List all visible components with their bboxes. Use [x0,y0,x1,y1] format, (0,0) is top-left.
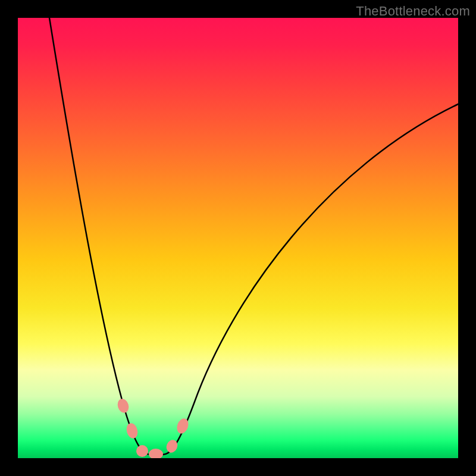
node-group [116,397,190,458]
node-left-upper [116,397,131,414]
curve-right [163,104,458,455]
plot-area [18,18,458,458]
node-bottom-left [136,445,148,457]
curve-left [49,18,150,455]
node-left-lower [125,422,139,440]
watermark-text: TheBottleneck.com [356,4,470,19]
chart-svg [18,18,458,458]
node-bottom-mid [149,449,163,458]
chart-frame: TheBottleneck.com [0,0,476,476]
